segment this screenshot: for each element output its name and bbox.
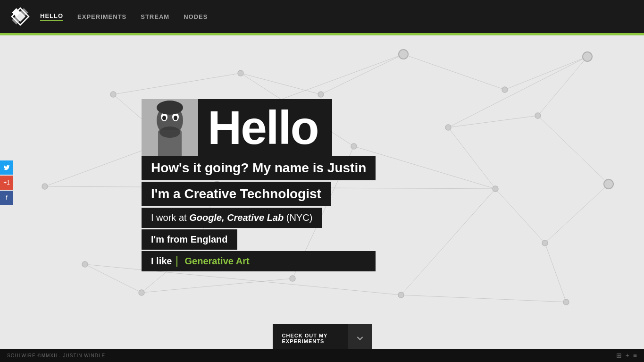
svg-point-11 — [174, 116, 177, 120]
svg-point-13 — [157, 101, 183, 115]
main-content: Hello How's it going? My name is Justin … — [142, 99, 376, 273]
nav-experiments[interactable]: EXPERIMENTS — [77, 13, 126, 20]
role-row: I'm a Creative Technologist — [142, 182, 331, 206]
greeting-text: Hello — [208, 104, 318, 151]
role-text: I'm a Creative Technologist — [151, 186, 321, 201]
origin-row: I'm from England — [142, 229, 237, 250]
svg-point-12 — [159, 126, 180, 138]
footer-icon-grid: ⊞ — [616, 352, 622, 359]
footer-icon-menu: ≡ — [633, 352, 637, 359]
svg-point-10 — [162, 116, 166, 120]
work-company: Google, Creative Lab — [189, 212, 284, 223]
info-rows: How's it going? My name is Justin I'm a … — [142, 156, 376, 271]
green-accent-bar — [0, 33, 644, 35]
twitter-button[interactable] — [0, 160, 13, 175]
like-value: Generative Art — [176, 256, 249, 267]
cta-arrow-icon — [348, 324, 372, 353]
footer-icon-plus: + — [626, 352, 629, 359]
footer: SOULWIRE ©MMXII - JUSTIN WINDLE ⊞ + ≡ — [0, 349, 644, 362]
facebook-label: f — [6, 194, 7, 201]
nav-nodes[interactable]: NODES — [184, 13, 208, 20]
like-row: I like Generative Art — [142, 251, 376, 271]
facebook-button[interactable]: f — [0, 191, 13, 205]
header: HELLO EXPERIMENTS STREAM NODES — [0, 0, 644, 33]
tagline-row: How's it going? My name is Justin — [142, 156, 376, 180]
cta-container: CHECK OUT MY EXPERIMENTS — [273, 324, 372, 353]
cta-line1: CHECK OUT MY — [282, 333, 339, 338]
footer-copyright: SOULWIRE ©MMXII - JUSTIN WINDLE — [7, 353, 105, 358]
cta-text: CHECK OUT MY EXPERIMENTS — [273, 324, 348, 353]
social-sidebar: +1 f — [0, 160, 13, 206]
nav-hello[interactable]: HELLO — [40, 12, 63, 21]
work-row: I work at Google, Creative Lab (NYC) — [142, 208, 322, 228]
hello-box: Hello — [198, 99, 332, 156]
tagline-text: How's it going? My name is Justin — [151, 160, 366, 175]
nav-stream[interactable]: STREAM — [141, 13, 169, 20]
origin-text: I'm from England — [151, 234, 228, 244]
main-nav: HELLO EXPERIMENTS STREAM NODES — [40, 12, 208, 21]
google-plus-button[interactable]: +1 — [0, 176, 13, 190]
footer-icons: ⊞ + ≡ — [616, 352, 637, 359]
like-label: I like — [151, 256, 176, 267]
logo[interactable] — [9, 6, 31, 27]
profile-block: Hello — [142, 99, 376, 156]
cta-line2: EXPERIMENTS — [282, 338, 339, 344]
cta-button[interactable]: CHECK OUT MY EXPERIMENTS — [273, 324, 372, 353]
work-suffix: (NYC) — [284, 212, 312, 223]
profile-image — [142, 99, 198, 156]
gplus-label: +1 — [3, 179, 10, 186]
work-prefix: I work at — [151, 212, 189, 223]
